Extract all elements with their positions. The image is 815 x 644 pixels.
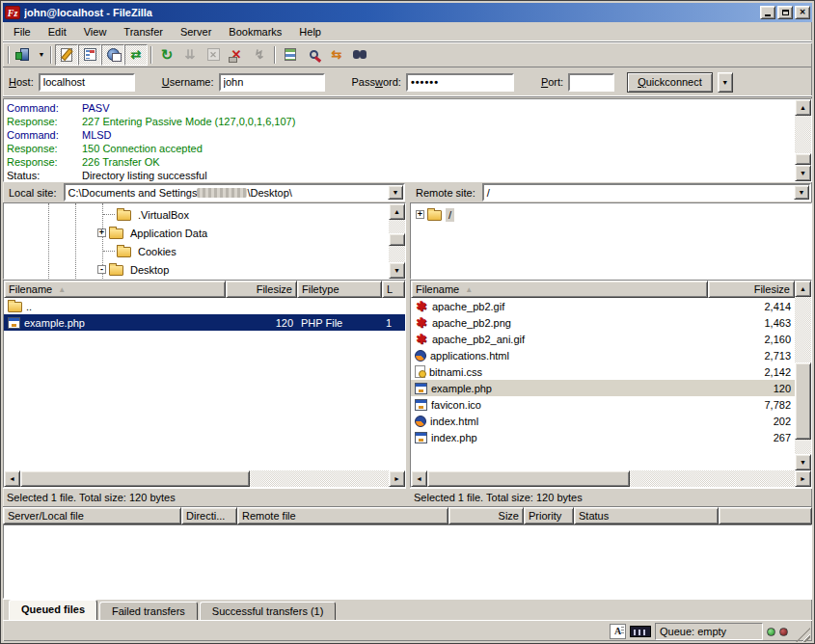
synchronized-browsing-button[interactable]: ⇆ xyxy=(325,44,348,66)
column-header-filename[interactable]: Filename▲ xyxy=(4,281,226,298)
find-files-button[interactable] xyxy=(348,44,371,66)
port-input[interactable] xyxy=(568,73,614,92)
apache-feather-icon: ✱ xyxy=(415,316,428,330)
maximize-button[interactable] xyxy=(777,6,793,19)
file-row[interactable]: favicon.ico7,782 xyxy=(411,396,795,413)
file-row[interactable]: ✱apache_pb2_ani.gif2,160 xyxy=(411,331,795,347)
directory-listing-filters-button[interactable] xyxy=(302,44,325,66)
process-queue-icon: ⇊ xyxy=(185,47,196,62)
scrollbar-thumb[interactable] xyxy=(427,470,630,487)
local-list-header: Filename▲ Filesize Filetype L xyxy=(4,281,405,298)
chevron-down-icon[interactable]: ▼ xyxy=(388,185,403,200)
host-input[interactable] xyxy=(39,73,135,92)
column-header-filesize[interactable]: Filesize xyxy=(708,281,795,298)
file-row[interactable]: index.php267 xyxy=(411,429,795,445)
local-tree-scrollbar[interactable]: ▲ ▼ xyxy=(389,203,405,279)
scrollbar-thumb[interactable] xyxy=(389,233,405,246)
menu-bookmarks[interactable]: Bookmarks xyxy=(220,24,290,40)
file-row[interactable]: ✱apache_pb2.png1,463 xyxy=(411,314,795,331)
scroll-left-button[interactable]: ◄ xyxy=(4,470,20,487)
column-header-size[interactable]: Size xyxy=(448,507,524,524)
process-queue-button[interactable]: ⇊ xyxy=(178,44,202,66)
username-input[interactable] xyxy=(219,73,325,92)
minimize-button[interactable] xyxy=(760,6,775,19)
cancel-operation-button[interactable]: ✕ xyxy=(202,44,225,66)
menu-server[interactable]: Server xyxy=(172,24,220,40)
tree-item-application-data[interactable]: +Application Data xyxy=(4,224,389,242)
local-site-combobox[interactable]: C:\Documents and Settings\Desktop\ ▼ xyxy=(64,183,405,201)
scrollbar-thumb[interactable] xyxy=(795,362,811,440)
menu-file[interactable]: File xyxy=(5,24,40,40)
close-button[interactable]: ✕ xyxy=(795,6,810,19)
scroll-up-button[interactable]: ▲ xyxy=(795,281,811,297)
password-input[interactable] xyxy=(406,73,514,92)
column-header-direction[interactable]: Directi... xyxy=(181,507,237,524)
menu-transfer[interactable]: Transfer xyxy=(115,24,172,40)
remote-site-combobox[interactable]: / ▼ xyxy=(482,183,811,201)
file-row-example-php[interactable]: example.php120 xyxy=(411,380,795,396)
tree-item-root[interactable]: +/ xyxy=(411,205,811,224)
quickconnect-dropdown[interactable]: ▼ xyxy=(718,72,733,93)
file-row[interactable]: index.html202 xyxy=(411,413,795,429)
scroll-down-button[interactable]: ▼ xyxy=(389,262,405,279)
file-row[interactable]: bitnami.css2,142 xyxy=(411,363,795,380)
folder-icon xyxy=(427,210,442,221)
expand-icon[interactable]: + xyxy=(416,210,424,219)
scroll-down-button[interactable]: ▼ xyxy=(795,454,811,470)
column-header-filesize[interactable]: Filesize xyxy=(226,281,297,298)
scroll-up-button[interactable]: ▲ xyxy=(389,203,405,220)
toggle-local-tree-button[interactable] xyxy=(78,44,101,66)
local-horizontal-scrollbar[interactable]: ◄ ► xyxy=(4,470,405,487)
scroll-down-button[interactable]: ▼ xyxy=(795,165,811,181)
log-vertical-scrollbar[interactable]: ▲ ▼ xyxy=(795,99,811,181)
site-manager-dropdown[interactable]: ▼ xyxy=(36,44,47,66)
column-header-priority[interactable]: Priority xyxy=(524,507,574,524)
toggle-remote-tree-button[interactable] xyxy=(101,44,124,66)
column-header-status[interactable]: Status xyxy=(574,507,719,524)
column-header-filename[interactable]: Filename▲ xyxy=(411,281,708,298)
tab-queued-files[interactable]: Queued files xyxy=(9,600,97,620)
log-row: Response:226 Transfer OK xyxy=(7,155,795,169)
disconnect-button[interactable]: ✕ xyxy=(225,44,248,66)
expand-icon[interactable]: + xyxy=(97,228,106,237)
tab-successful-transfers[interactable]: Successful transfers (1) xyxy=(200,602,337,620)
column-header-remote-file[interactable]: Remote file xyxy=(237,507,448,524)
log-row: Response:150 Connection accepted xyxy=(7,142,795,155)
column-header-server-local-file[interactable]: Server/Local file xyxy=(3,507,181,524)
collapse-icon[interactable]: - xyxy=(97,265,106,274)
scrollbar-thumb[interactable] xyxy=(795,153,811,165)
filezilla-logo-icon: Fz xyxy=(5,6,20,19)
remote-file-rows: ✱apache_pb2.gif2,414 ✱apache_pb2.png1,46… xyxy=(411,298,795,470)
refresh-button[interactable]: ↻ xyxy=(155,44,178,66)
remote-vertical-scrollbar[interactable]: ▲ ▼ xyxy=(795,281,811,470)
resize-grip[interactable] xyxy=(796,628,810,642)
scroll-up-button[interactable]: ▲ xyxy=(795,99,811,116)
scroll-right-button[interactable]: ► xyxy=(795,470,811,487)
scrollbar-thumb[interactable] xyxy=(20,470,250,487)
remote-horizontal-scrollbar[interactable]: ◄ ► xyxy=(411,470,811,487)
menu-edit[interactable]: Edit xyxy=(40,24,75,40)
file-row[interactable]: applications.html2,713 xyxy=(411,347,795,363)
folder-icon xyxy=(109,265,123,276)
menu-view[interactable]: View xyxy=(75,24,116,40)
chevron-down-icon[interactable]: ▼ xyxy=(794,185,809,200)
file-row-parent-dir[interactable]: .. xyxy=(4,298,405,314)
site-manager-button[interactable] xyxy=(13,44,36,66)
tree-item-cookies[interactable]: Cookies xyxy=(4,242,389,260)
column-header-last-modified[interactable]: L xyxy=(382,281,405,298)
tab-failed-transfers[interactable]: Failed transfers xyxy=(99,602,198,620)
quickconnect-button[interactable]: Quickconnect xyxy=(627,72,713,93)
file-row-example-php[interactable]: example.php 120 PHP File 1 xyxy=(4,314,405,331)
reconnect-button[interactable]: ↯ xyxy=(248,44,271,66)
menu-help[interactable]: Help xyxy=(290,24,330,40)
column-header-filetype[interactable]: Filetype xyxy=(297,281,382,298)
toggle-transfer-queue-button[interactable]: ⇄ xyxy=(124,44,148,66)
synchronized-browsing-icon: ⇆ xyxy=(332,47,342,62)
directory-comparison-button[interactable] xyxy=(279,44,302,66)
tree-item-virtualbox[interactable]: .VirtualBox xyxy=(4,205,389,224)
scroll-right-button[interactable]: ► xyxy=(389,470,405,487)
file-row[interactable]: ✱apache_pb2.gif2,414 xyxy=(411,298,795,314)
toggle-message-log-button[interactable] xyxy=(55,44,78,66)
tree-item-desktop[interactable]: -Desktop xyxy=(4,260,389,279)
scroll-left-button[interactable]: ◄ xyxy=(411,470,427,487)
